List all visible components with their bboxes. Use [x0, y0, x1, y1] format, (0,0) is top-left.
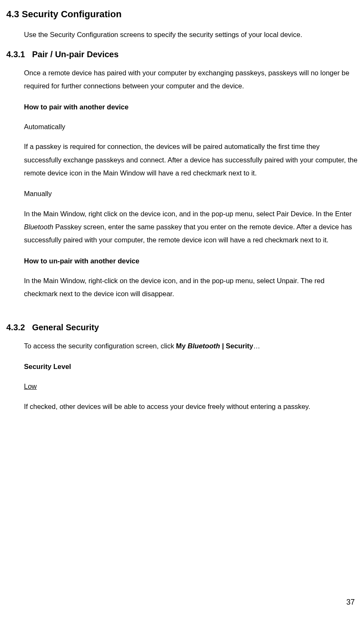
- sub2-intro-bolditalic: Bluetooth: [188, 342, 220, 350]
- section-title: Security Configuration: [22, 9, 122, 19]
- sub2-intro: To access the security configuration scr…: [24, 340, 358, 353]
- manual-label: Manually: [24, 187, 358, 200]
- unpair-text: In the Main Window, right-click on the d…: [24, 274, 358, 301]
- sub2-intro-post: …: [253, 342, 260, 350]
- section-intro: Use the Security Configuration screens t…: [24, 28, 358, 41]
- pair-heading: How to pair with another device: [24, 101, 358, 114]
- subsection-title-1: Pair / Un-pair Devices: [32, 50, 119, 59]
- subsection-heading-1: 4.3.1 Pair / Un-pair Devices: [6, 49, 358, 60]
- auto-text: If a passkey is required for connection,…: [24, 140, 358, 180]
- unpair-heading: How to un-pair with another device: [24, 255, 358, 268]
- page-number: 37: [346, 595, 355, 609]
- section-heading: 4.3 Security Configuration: [6, 8, 358, 21]
- sub2-intro-pre: To access the security configuration scr…: [24, 342, 176, 350]
- manual-text-pre: In the Main Window, right click on the d…: [24, 210, 352, 218]
- subsection-number-2: 4.3.2: [6, 323, 25, 332]
- security-level-heading: Security Level: [24, 360, 358, 373]
- sub1-intro: Once a remote device has paired with you…: [24, 66, 358, 93]
- manual-text-italic: Bluetooth: [24, 223, 53, 231]
- low-text: If checked, other devices will be able t…: [24, 400, 358, 413]
- auto-label: Automatically: [24, 120, 358, 133]
- subsection-heading-2: 4.3.2 General Security: [6, 322, 358, 333]
- subsection-title-2: General Security: [32, 323, 99, 332]
- section-number: 4.3: [6, 9, 19, 19]
- manual-text: In the Main Window, right click on the d…: [24, 207, 358, 247]
- low-label: Low: [24, 380, 358, 393]
- sub2-intro-bold2: | Security: [220, 342, 253, 350]
- sub2-intro-bold1: My: [176, 342, 188, 350]
- manual-text-post: Passkey screen, enter the same passkey t…: [24, 223, 352, 244]
- subsection-number-1: 4.3.1: [6, 50, 25, 59]
